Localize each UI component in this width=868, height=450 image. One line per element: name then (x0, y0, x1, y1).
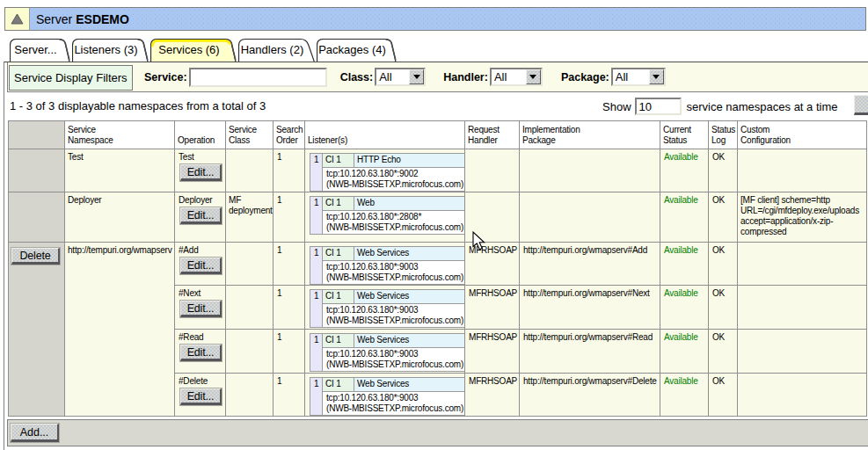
custom-configuration-cell (738, 330, 867, 374)
edit-button[interactable]: Edit... (180, 388, 222, 405)
implementation-package-cell: http://tempuri.org/wmapserv#Next (520, 286, 660, 330)
listener-endpoint: tcp:10.120.63.180*:2808* (NWB-MBISSETXP.… (323, 211, 465, 235)
edit-button[interactable]: Edit... (180, 258, 222, 274)
listeners-cell: 1 CI 1 Web Services tcp:10.120.63.180*:9… (305, 330, 465, 374)
col-header-service-namespace: Service Namespace (65, 121, 175, 149)
tab-label: Handlers (2) (238, 43, 306, 56)
implementation-package-cell: http://tempuri.org/wmapserv#Delete (520, 374, 660, 417)
tab-server[interactable]: Server... (10, 38, 70, 62)
edit-button[interactable]: Edit... (180, 345, 222, 361)
tab-services[interactable]: Services (6) (150, 38, 237, 62)
listener-box-endpoint-row: tcp:10.120.63.180*:9003 (NWB-MBISSETXP.m… (310, 348, 465, 372)
dropdown-button[interactable] (409, 69, 424, 84)
tab-label: Packages (4) (317, 43, 388, 56)
listeners-cell: 1 CI 1 Web Services tcp:10.120.63.180*:9… (305, 286, 465, 330)
listener-index: 1 (310, 197, 323, 235)
tab-handlers[interactable]: Handlers (2) (238, 38, 315, 62)
page-size-input[interactable] (635, 98, 682, 115)
services-table: Service Namespace Operation Service Clas… (8, 120, 867, 417)
listener-box-header-row: 1 CI 1 Web (310, 197, 465, 211)
operation-cell: #Delete Edit... (175, 374, 226, 417)
service-class-cell (226, 330, 274, 374)
class-filter-label: Class: (340, 71, 374, 83)
listener-box: 1 CI 1 Web Services tcp:10.120.63.180*:9… (310, 333, 465, 372)
col-header-custom-configuration: Custom Configuration (738, 121, 867, 149)
service-filter-input[interactable] (189, 68, 327, 87)
listener-index: 1 (310, 154, 323, 192)
listener-box: 1 CI 1 HTTP Echo tcp:10.120.63.180*:9002… (310, 153, 465, 192)
dropdown-button[interactable] (649, 69, 664, 84)
listener-endpoint: tcp:10.120.63.180*:9003 (NWB-MBISSETXP.m… (323, 392, 465, 416)
package-filter-label: Package: (561, 71, 609, 83)
current-status-cell: Available (660, 149, 709, 192)
tab-bar: Server... Listeners (3) Services (6) Han… (10, 38, 398, 62)
dropdown-arrow-icon (529, 75, 536, 83)
implementation-package-cell (520, 149, 660, 192)
listeners-cell: 1 CI 1 Web Services tcp:10.120.63.180*:9… (305, 374, 465, 417)
status-log-cell: OK (709, 374, 738, 417)
delete-button[interactable]: Delete (11, 248, 60, 265)
class-filter-value: All (376, 69, 409, 84)
add-strip: Add... (7, 419, 868, 446)
operation-cell: #Add Edit... (175, 243, 226, 286)
edit-button[interactable]: Edit... (180, 301, 222, 317)
edit-button[interactable]: Edit... (180, 164, 222, 181)
operation-cell: Test Edit... (175, 149, 226, 192)
col-header-request-handler: Request Handler (465, 121, 520, 149)
request-handler-cell (465, 149, 520, 192)
col-header-search-order: Search Order (274, 121, 305, 149)
listener-box-header-row: 1 CI 1 Web Services (310, 247, 465, 261)
listener-index: 1 (310, 334, 323, 372)
search-order-cell: 1 (274, 286, 305, 330)
listener-box: 1 CI 1 Web Services tcp:10.120.63.180*:9… (310, 377, 465, 416)
row-actions-cell (9, 149, 65, 192)
operation-name: #Read (179, 332, 203, 342)
search-order-cell: 1 (274, 330, 305, 374)
col-header-listeners: Listener(s) (305, 121, 465, 149)
namespace-cell: Deployer (65, 192, 175, 243)
refresh-button[interactable] (854, 95, 868, 115)
edit-button[interactable]: Edit... (180, 207, 222, 224)
tab-label: Listeners (3) (72, 43, 140, 56)
package-filter-value: All (613, 69, 649, 84)
show-cluster: Show service namespaces at a time (602, 96, 838, 117)
namespace-cell: http://tempuri.org/wmapserv (65, 243, 175, 417)
dropdown-button[interactable] (526, 69, 541, 84)
listener-endpoint: tcp:10.120.63.180*:9002 (NWB-MBISSETXP.m… (323, 168, 465, 192)
listener-index: 1 (310, 378, 323, 416)
tab-label: Server... (10, 43, 62, 56)
operation-cell: #Next Edit... (175, 286, 226, 330)
show-suffix: service namespaces at a time (687, 100, 838, 113)
listener-box-endpoint-row: tcp:10.120.63.180*:9003 (NWB-MBISSETXP.m… (310, 304, 465, 328)
status-log-cell: OK (709, 286, 738, 330)
custom-configuration-cell (738, 374, 867, 417)
up-triangle-icon (11, 13, 24, 25)
class-filter-select[interactable]: All (375, 68, 426, 86)
operation-name: #Delete (179, 376, 208, 386)
implementation-package-cell (520, 192, 660, 243)
server-name: ESDEMO (76, 12, 129, 26)
listener-endpoint: tcp:10.120.63.180*:9003 (NWB-MBISSETXP.m… (323, 348, 465, 372)
add-button[interactable]: Add... (11, 424, 59, 442)
listener-box-header-row: 1 CI 1 Web Services (310, 334, 465, 348)
operation-cell: #Read Edit... (175, 330, 226, 374)
package-filter-select[interactable]: All (611, 68, 666, 86)
listener-conversation: CI 1 (323, 247, 354, 261)
listener-box: 1 CI 1 Web Services tcp:10.120.63.180*:9… (310, 246, 465, 285)
col-header-operation: Operation (175, 121, 226, 149)
table-row: Deployer Deployer Edit... MF deployment … (9, 192, 867, 243)
col-header-current-status: Current Status (660, 121, 709, 149)
listener-box-header-row: 1 CI 1 Web Services (310, 290, 465, 304)
status-log-cell: OK (709, 330, 738, 374)
current-status-cell: Available (660, 192, 709, 243)
namespace-cell: Test (65, 149, 175, 192)
tab-listeners[interactable]: Listeners (3) (72, 38, 149, 62)
collapse-toggle[interactable] (5, 8, 30, 30)
filter-panel-label: Service Display Filters (9, 65, 133, 91)
search-order-cell: 1 (274, 243, 305, 286)
col-header-implementation-package: Implementation Package (520, 121, 660, 149)
listener-box: 1 CI 1 Web tcp:10.120.63.180*:2808* (NWB… (310, 196, 465, 235)
handler-filter-select[interactable]: All (490, 68, 543, 86)
tab-packages[interactable]: Packages (4) (317, 38, 397, 62)
listener-conversation: CI 1 (323, 378, 354, 392)
